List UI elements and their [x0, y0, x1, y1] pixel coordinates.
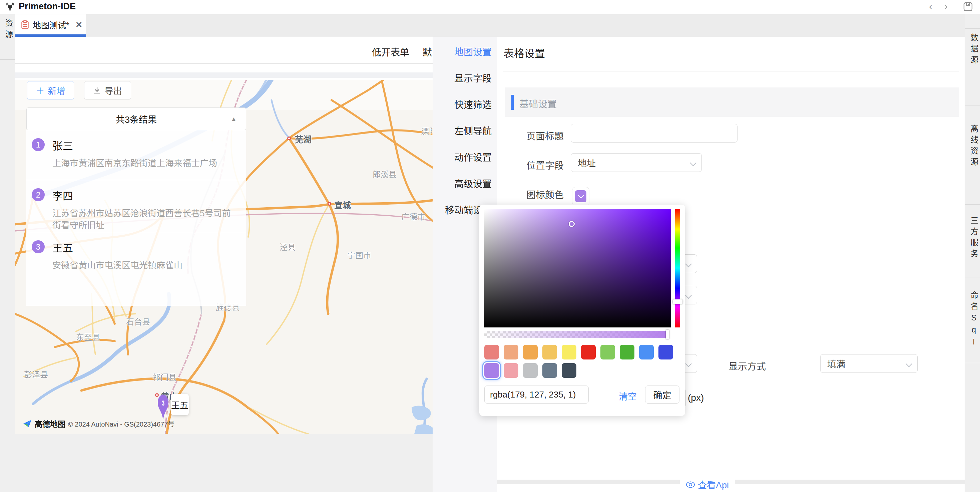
chevron-down-icon [690, 160, 697, 166]
map-editor-page: 低开表单 默 [15, 37, 433, 492]
settings-menu-item-4[interactable]: 动作设置 [433, 142, 497, 169]
icon-color-button[interactable] [572, 187, 589, 206]
preset-color-1-9[interactable] [659, 345, 673, 359]
map-marker-pin[interactable]: 3 [158, 395, 169, 420]
right-sidebar-divider [965, 105, 980, 105]
map-copyright: © 2024 AutoNavi - GS(2023)4677号 [68, 419, 175, 428]
preset-color-1-6[interactable] [600, 345, 615, 359]
map-city-dot [287, 136, 291, 140]
preset-color-2-0[interactable] [484, 363, 499, 378]
preset-color-1-8[interactable] [639, 345, 654, 359]
location-field-select[interactable]: 地址 [571, 153, 702, 172]
preset-color-1-3[interactable] [542, 345, 557, 359]
amap-logo-icon [23, 419, 32, 428]
add-button[interactable]: ＋ 新增 [27, 81, 74, 99]
download-icon [93, 86, 101, 94]
chevron-down-icon [578, 192, 584, 198]
nav-forward-icon[interactable]: › [940, 1, 952, 12]
alpha-slider-handle[interactable] [666, 330, 669, 339]
item-name: 张三 [52, 137, 238, 153]
preset-color-1-1[interactable] [504, 345, 519, 359]
result-list: 1张三上海市黄浦区南京东路街道上海来福士广场2李四江苏省苏州市姑苏区沧浪街道西善… [26, 130, 246, 306]
panel-divider [503, 71, 959, 72]
right-sidebar-item-2[interactable]: 三方服务 [968, 216, 978, 283]
preset-color-1-2[interactable] [523, 345, 538, 359]
hue-slider-handle[interactable] [673, 299, 682, 304]
alpha-slider[interactable] [484, 331, 668, 338]
preset-color-1-5[interactable] [581, 345, 596, 359]
saturation-cursor[interactable] [569, 221, 575, 227]
hue-slider[interactable] [675, 209, 680, 327]
confirm-button[interactable]: 确定 [645, 385, 679, 404]
panel-title: 表格设置 [504, 45, 545, 60]
map-place-label-9: 东至县 [76, 331, 100, 342]
item-index-badge: 3 [32, 240, 45, 253]
form-tab-lowcode[interactable]: 低开表单 [372, 45, 409, 58]
collapse-caret-icon[interactable]: ▲ [231, 116, 237, 123]
document-icon [21, 20, 29, 29]
list-item-王五[interactable]: 3王五安徽省黄山市屯溪区屯光镇麻雀山 [26, 232, 246, 306]
view-api-link[interactable]: 查看Api [680, 477, 735, 492]
map-place-label-6: 宁国市 [347, 249, 371, 261]
map-city-dot [328, 202, 331, 206]
results-summary-text: 共3条结果 [116, 112, 157, 126]
app-title: Primeton-IDE [19, 2, 76, 12]
map-place-label-3: 宣城 [334, 199, 351, 211]
save-icon[interactable] [963, 2, 973, 12]
location-field-label: 位置字段 [510, 158, 564, 172]
settings-menu-item-0[interactable]: 地图设置 [433, 37, 497, 63]
map-place-label-4: 广德市 [401, 210, 425, 222]
px-unit-suffix: (px) [688, 393, 704, 403]
list-item-李四[interactable]: 2李四江苏省苏州市姑苏区沧浪街道西善长巷5号司前街看守所旧址 [26, 180, 246, 232]
svg-text:3: 3 [162, 399, 165, 407]
app-logo-icon [5, 2, 15, 12]
chevron-down-icon [685, 361, 692, 367]
right-sidebar-item-1[interactable]: 离线资源 [968, 125, 978, 196]
map-place-label-1: 芜湖 [295, 133, 312, 145]
clear-button[interactable]: 清空 [619, 390, 637, 403]
page-title-label: 页面标题 [510, 129, 564, 142]
preset-color-2-2[interactable] [523, 363, 538, 378]
color-value-input[interactable] [484, 385, 589, 404]
icon-color-swatch [575, 190, 586, 202]
settings-drawer: 地图设置显示字段快速筛选左侧导航动作设置高级设置移动端设置 表格设置 基础设置 … [433, 37, 965, 492]
preset-color-1-7[interactable] [620, 345, 635, 359]
settings-menu-item-5[interactable]: 高级设置 [433, 169, 497, 195]
page-title-input[interactable] [571, 124, 738, 142]
settings-menu-item-3[interactable]: 左侧导航 [433, 116, 497, 142]
preset-color-1-0[interactable] [484, 345, 499, 359]
map-marker-label[interactable]: 王五 [171, 394, 189, 415]
settings-menu-item-1[interactable]: 显示字段 [433, 63, 497, 89]
item-index-badge: 1 [32, 138, 45, 151]
preset-color-1-4[interactable] [562, 345, 576, 359]
item-address: 江苏省苏州市姑苏区沧浪街道西善长巷5号司前街看守所旧址 [52, 207, 238, 231]
results-summary-bar[interactable]: 共3条结果 ▲ [26, 107, 246, 130]
right-sidebar-item-0[interactable]: 数据源 [968, 34, 978, 90]
preset-color-2-4[interactable] [562, 363, 576, 378]
page-subheader-strip [15, 72, 433, 78]
export-button[interactable]: 导出 [84, 81, 131, 99]
map-place-label-5: 泾县 [280, 241, 296, 252]
tab-close-icon[interactable]: ✕ [75, 20, 83, 30]
page-bottom-area [15, 434, 433, 492]
saturation-panel[interactable] [484, 209, 671, 327]
preset-color-2-3[interactable] [542, 363, 557, 378]
display-mode-label: 显示方式 [726, 359, 766, 372]
settings-menu-item-2[interactable]: 快速筛选 [433, 89, 497, 116]
preset-color-2-1[interactable] [504, 363, 519, 378]
tab-active-underline [15, 34, 86, 37]
item-address: 安徽省黄山市屯溪区屯光镇麻雀山 [52, 259, 238, 272]
nav-back-icon[interactable]: ‹ [924, 1, 937, 12]
list-item-张三[interactable]: 1张三上海市黄浦区南京东路街道上海来福士广场 [26, 130, 246, 180]
preset-colors-row1 [484, 345, 673, 359]
display-mode-select[interactable]: 填满 [820, 354, 918, 373]
section-accent-bar [511, 95, 514, 110]
map-place-label-2: 郎溪县 [372, 168, 396, 180]
map-attribution: 高德地图 © 2024 AutoNavi - GS(2023)4677号 [23, 418, 175, 429]
right-sidebar-item-3[interactable]: 命名Sql [968, 291, 978, 363]
map-place-label-8: 石台县 [126, 315, 150, 327]
icon-color-label: 图标颜色 [510, 188, 564, 201]
form-tab-default[interactable]: 默 [423, 45, 432, 58]
tab-map-test[interactable]: 地图测试* ✕ [15, 14, 86, 35]
sidebar-item-resources[interactable]: 资源 [3, 19, 18, 42]
